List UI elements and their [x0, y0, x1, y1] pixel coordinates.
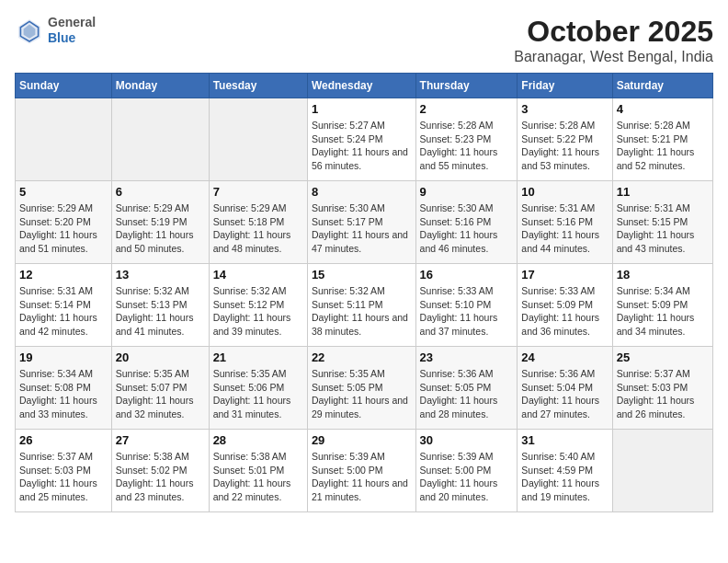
day-info: Sunrise: 5:37 AM Sunset: 5:03 PM Dayligh… — [19, 450, 108, 504]
calendar-cell: 19Sunrise: 5:34 AM Sunset: 5:08 PM Dayli… — [16, 347, 112, 430]
day-number: 27 — [116, 433, 205, 447]
day-info: Sunrise: 5:37 AM Sunset: 5:03 PM Dayligh… — [617, 367, 709, 421]
calendar-cell: 16Sunrise: 5:33 AM Sunset: 5:10 PM Dayli… — [415, 264, 518, 347]
calendar-cell — [16, 98, 112, 181]
day-number: 5 — [19, 185, 108, 199]
day-info: Sunrise: 5:32 AM Sunset: 5:11 PM Dayligh… — [312, 284, 412, 339]
calendar-cell: 17Sunrise: 5:33 AM Sunset: 5:09 PM Dayli… — [518, 264, 612, 347]
day-info: Sunrise: 5:29 AM Sunset: 5:18 PM Dayligh… — [213, 201, 303, 256]
day-number: 16 — [420, 268, 514, 282]
calendar-cell: 28Sunrise: 5:38 AM Sunset: 5:01 PM Dayli… — [209, 430, 307, 512]
logo-blue: Blue — [48, 30, 96, 46]
logo: General Blue — [15, 15, 96, 46]
calendar-cell: 8Sunrise: 5:30 AM Sunset: 5:17 PM Daylig… — [307, 181, 415, 264]
day-number: 11 — [617, 185, 709, 199]
header-tuesday: Tuesday — [209, 74, 307, 98]
day-info: Sunrise: 5:39 AM Sunset: 5:00 PM Dayligh… — [420, 450, 514, 504]
day-info: Sunrise: 5:29 AM Sunset: 5:19 PM Dayligh… — [116, 201, 205, 256]
day-info: Sunrise: 5:35 AM Sunset: 5:07 PM Dayligh… — [116, 367, 205, 421]
day-number: 6 — [116, 185, 205, 199]
day-info: Sunrise: 5:28 AM Sunset: 5:21 PM Dayligh… — [617, 119, 709, 173]
day-number: 28 — [213, 433, 303, 447]
day-number: 30 — [420, 433, 514, 447]
day-info: Sunrise: 5:27 AM Sunset: 5:24 PM Dayligh… — [312, 119, 412, 173]
calendar-cell: 24Sunrise: 5:36 AM Sunset: 5:04 PM Dayli… — [518, 347, 612, 430]
header-wednesday: Wednesday — [307, 74, 415, 98]
day-number: 13 — [116, 268, 205, 282]
day-info: Sunrise: 5:29 AM Sunset: 5:20 PM Dayligh… — [19, 201, 108, 256]
day-number: 23 — [420, 350, 514, 364]
calendar-cell: 15Sunrise: 5:32 AM Sunset: 5:11 PM Dayli… — [307, 264, 415, 347]
day-info: Sunrise: 5:36 AM Sunset: 5:04 PM Dayligh… — [521, 367, 608, 421]
calendar-cell: 2Sunrise: 5:28 AM Sunset: 5:23 PM Daylig… — [415, 98, 518, 181]
day-number: 12 — [19, 268, 108, 282]
day-number: 26 — [19, 433, 108, 447]
calendar-cell: 1Sunrise: 5:27 AM Sunset: 5:24 PM Daylig… — [307, 98, 415, 181]
calendar-cell: 10Sunrise: 5:31 AM Sunset: 5:16 PM Dayli… — [518, 181, 612, 264]
day-number: 1 — [312, 102, 412, 116]
day-number: 21 — [213, 350, 303, 364]
calendar-cell: 26Sunrise: 5:37 AM Sunset: 5:03 PM Dayli… — [16, 430, 112, 512]
day-info: Sunrise: 5:38 AM Sunset: 5:02 PM Dayligh… — [116, 450, 205, 504]
day-info: Sunrise: 5:32 AM Sunset: 5:12 PM Dayligh… — [213, 284, 303, 339]
day-number: 24 — [521, 350, 608, 364]
day-number: 10 — [521, 185, 608, 199]
day-number: 4 — [617, 102, 709, 116]
day-info: Sunrise: 5:34 AM Sunset: 5:09 PM Dayligh… — [617, 284, 709, 339]
logo-text: General Blue — [48, 15, 96, 46]
header-monday: Monday — [111, 74, 209, 98]
title-block: October 2025 Baranagar, West Bengal, Ind… — [514, 15, 713, 65]
day-info: Sunrise: 5:32 AM Sunset: 5:13 PM Dayligh… — [116, 284, 205, 339]
week-row-3: 12Sunrise: 5:31 AM Sunset: 5:14 PM Dayli… — [16, 264, 713, 347]
day-number: 2 — [420, 102, 514, 116]
day-info: Sunrise: 5:30 AM Sunset: 5:17 PM Dayligh… — [312, 201, 412, 256]
header-saturday: Saturday — [612, 74, 712, 98]
day-number: 9 — [420, 185, 514, 199]
calendar-cell: 6Sunrise: 5:29 AM Sunset: 5:19 PM Daylig… — [111, 181, 209, 264]
header-thursday: Thursday — [415, 74, 518, 98]
day-number: 8 — [312, 185, 412, 199]
day-info: Sunrise: 5:33 AM Sunset: 5:09 PM Dayligh… — [521, 284, 608, 339]
day-info: Sunrise: 5:40 AM Sunset: 4:59 PM Dayligh… — [521, 450, 608, 504]
day-number: 7 — [213, 185, 303, 199]
logo-icon — [15, 16, 44, 45]
calendar-cell: 7Sunrise: 5:29 AM Sunset: 5:18 PM Daylig… — [209, 181, 307, 264]
calendar-cell: 9Sunrise: 5:30 AM Sunset: 5:16 PM Daylig… — [415, 181, 518, 264]
day-info: Sunrise: 5:28 AM Sunset: 5:23 PM Dayligh… — [420, 119, 514, 173]
day-info: Sunrise: 5:30 AM Sunset: 5:16 PM Dayligh… — [420, 201, 514, 256]
day-info: Sunrise: 5:34 AM Sunset: 5:08 PM Dayligh… — [19, 367, 108, 421]
week-row-5: 26Sunrise: 5:37 AM Sunset: 5:03 PM Dayli… — [16, 430, 713, 512]
week-row-4: 19Sunrise: 5:34 AM Sunset: 5:08 PM Dayli… — [16, 347, 713, 430]
calendar-title: October 2025 — [514, 15, 713, 49]
calendar-cell: 22Sunrise: 5:35 AM Sunset: 5:05 PM Dayli… — [307, 347, 415, 430]
day-number: 15 — [312, 268, 412, 282]
calendar-subtitle: Baranagar, West Bengal, India — [514, 49, 713, 65]
calendar-header: SundayMondayTuesdayWednesdayThursdayFrid… — [16, 74, 713, 98]
calendar-body: 1Sunrise: 5:27 AM Sunset: 5:24 PM Daylig… — [16, 98, 713, 512]
day-info: Sunrise: 5:36 AM Sunset: 5:05 PM Dayligh… — [420, 367, 514, 421]
calendar-cell — [111, 98, 209, 181]
calendar-cell: 31Sunrise: 5:40 AM Sunset: 4:59 PM Dayli… — [518, 430, 612, 512]
week-row-1: 1Sunrise: 5:27 AM Sunset: 5:24 PM Daylig… — [16, 98, 713, 181]
calendar-cell: 12Sunrise: 5:31 AM Sunset: 5:14 PM Dayli… — [16, 264, 112, 347]
header-friday: Friday — [518, 74, 612, 98]
day-number: 14 — [213, 268, 303, 282]
page-header: General Blue October 2025 Baranagar, Wes… — [15, 15, 713, 65]
calendar-cell: 5Sunrise: 5:29 AM Sunset: 5:20 PM Daylig… — [16, 181, 112, 264]
day-number: 20 — [116, 350, 205, 364]
calendar-cell: 30Sunrise: 5:39 AM Sunset: 5:00 PM Dayli… — [415, 430, 518, 512]
calendar-cell: 4Sunrise: 5:28 AM Sunset: 5:21 PM Daylig… — [612, 98, 712, 181]
calendar-cell: 18Sunrise: 5:34 AM Sunset: 5:09 PM Dayli… — [612, 264, 712, 347]
calendar-cell: 21Sunrise: 5:35 AM Sunset: 5:06 PM Dayli… — [209, 347, 307, 430]
day-info: Sunrise: 5:31 AM Sunset: 5:14 PM Dayligh… — [19, 284, 108, 339]
calendar-cell: 11Sunrise: 5:31 AM Sunset: 5:15 PM Dayli… — [612, 181, 712, 264]
day-info: Sunrise: 5:31 AM Sunset: 5:15 PM Dayligh… — [617, 201, 709, 256]
day-number: 17 — [521, 268, 608, 282]
calendar-cell: 25Sunrise: 5:37 AM Sunset: 5:03 PM Dayli… — [612, 347, 712, 430]
calendar-cell: 23Sunrise: 5:36 AM Sunset: 5:05 PM Dayli… — [415, 347, 518, 430]
calendar-cell: 14Sunrise: 5:32 AM Sunset: 5:12 PM Dayli… — [209, 264, 307, 347]
header-sunday: Sunday — [16, 74, 112, 98]
day-number: 18 — [617, 268, 709, 282]
calendar-cell — [612, 430, 712, 512]
day-info: Sunrise: 5:28 AM Sunset: 5:22 PM Dayligh… — [521, 119, 608, 173]
